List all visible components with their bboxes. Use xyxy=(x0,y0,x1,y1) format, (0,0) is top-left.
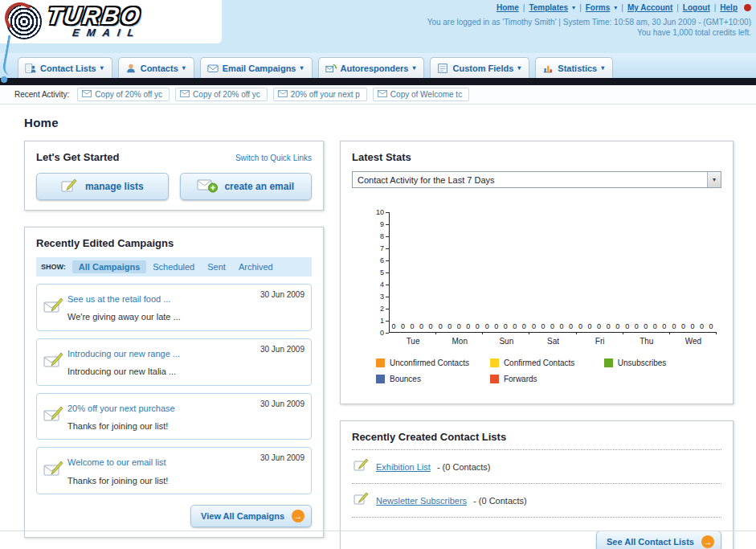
latest-stats-panel: Latest Stats Contact Activity for the La… xyxy=(340,141,734,404)
chevron-down-icon: ▾ xyxy=(100,64,104,72)
arrow-right-icon: → xyxy=(292,510,304,522)
chart-y-axis: 109876543210 xyxy=(370,212,389,333)
chevron-down-icon: ▾ xyxy=(614,4,617,11)
left-column: Let's Get Started Switch to Quick Links … xyxy=(24,141,324,549)
contact-list-link[interactable]: Newsletter Subscribers xyxy=(376,496,467,506)
legend-swatch xyxy=(490,375,499,383)
campaign-subtitle: Thanks for joining our list! xyxy=(67,421,168,431)
tab-custom-fields[interactable]: Custom Fields ▾ xyxy=(430,57,529,78)
chart-value-labels: 0 0 0 0 0 xyxy=(578,322,621,332)
campaign-title-link[interactable]: See us at the retail food ... xyxy=(67,294,170,304)
contact-lists-title: Recently Created Contact Lists xyxy=(352,431,721,443)
filter-archived[interactable]: Archived xyxy=(232,260,280,273)
nav-forms[interactable]: Forms xyxy=(586,3,611,12)
legend-label: Forwards xyxy=(504,375,537,383)
tab-statistics[interactable]: Statistics ▾ xyxy=(535,57,613,78)
contact-list-row[interactable]: Exhibition List - (0 Contacts) xyxy=(352,450,721,484)
recent-activity-item[interactable]: Copy of Welcome tc xyxy=(373,88,469,101)
get-started-title: Let's Get Started xyxy=(36,151,120,163)
nav-my-account[interactable]: My Account xyxy=(627,3,672,12)
chart-x-label: Sun xyxy=(483,337,529,346)
tab-contacts[interactable]: Contacts ▾ xyxy=(118,57,194,78)
contact-list-link[interactable]: Exhibition List xyxy=(376,462,431,472)
campaign-title-link[interactable]: Introducing our new range ... xyxy=(67,349,180,358)
nav-logout[interactable]: Logout xyxy=(683,3,710,12)
show-label: SHOW: xyxy=(41,263,66,271)
nav-separator: | xyxy=(676,3,679,12)
chart-value-labels: 0 0 0 0 0 xyxy=(439,322,481,332)
chevron-down-icon: ▾ xyxy=(707,172,721,187)
logo-swirl-icon xyxy=(6,4,42,39)
autoresponders-icon xyxy=(325,63,337,74)
logo-subtitle: EMAIL xyxy=(72,27,141,39)
see-all-contact-lists-button[interactable]: See All Contact Lists → xyxy=(596,531,721,549)
chevron-down-icon: ▾ xyxy=(601,64,604,72)
nav-help[interactable]: Help xyxy=(720,3,738,12)
legend-label: Confirmed Contacts xyxy=(504,358,574,367)
latest-stats-title: Latest Stats xyxy=(352,151,721,163)
manage-lists-button[interactable]: manage lists xyxy=(36,173,169,200)
contact-lists-icon xyxy=(25,63,36,74)
nav-templates[interactable]: Templates xyxy=(529,3,568,12)
stats-period-select[interactable]: Contact Activity for the Last 7 Days ▾ xyxy=(352,171,721,188)
create-email-button[interactable]: create an email xyxy=(180,173,313,200)
recent-activity-item[interactable]: Copy of 20% off yc xyxy=(77,88,170,101)
switch-quick-links-link[interactable]: Switch to Quick Links xyxy=(235,154,312,162)
chart-value-labels: 0 0 0 0 0 xyxy=(532,322,574,332)
filter-all-campaigns[interactable]: All Campaigns xyxy=(72,260,146,273)
recent-activity-bar: Recent Activity: Copy of 20% off yc Copy… xyxy=(0,85,756,104)
legend-item: Confirmed Contacts xyxy=(490,358,604,367)
tab-contact-lists[interactable]: Contact Lists ▾ xyxy=(18,57,112,78)
nav-home[interactable]: Home xyxy=(497,3,519,12)
chart-value-labels: 0 0 0 0 0 xyxy=(485,322,528,332)
campaign-row[interactable]: See us at the retail food ... We're givi… xyxy=(36,284,312,331)
legend-label: Unsubscribes xyxy=(618,358,667,367)
chevron-down-icon: ▾ xyxy=(517,64,521,72)
tab-autoresponders[interactable]: Autoresponders ▾ xyxy=(318,57,425,78)
campaign-date: 30 Jun 2009 xyxy=(260,453,304,462)
campaign-row[interactable]: Welcome to our email list Thanks for joi… xyxy=(36,447,312,494)
chart-groups: 0 0 0 0 0Tue0 0 0 0 0Mon0 0 0 0 0Sun0 0 … xyxy=(390,212,717,332)
campaigns-panel: Recently Edited Campaigns SHOW: All Camp… xyxy=(24,227,324,538)
chart-x-label: Sat xyxy=(529,337,576,346)
help-icon[interactable] xyxy=(744,4,751,11)
chart-x-label: Mon xyxy=(436,337,483,346)
right-column: Latest Stats Contact Activity for the La… xyxy=(340,141,734,549)
view-all-campaigns-button[interactable]: View All Campaigns → xyxy=(190,505,312,527)
chevron-down-icon: ▾ xyxy=(412,64,415,72)
campaign-title-link[interactable]: 20% off your next purchase xyxy=(67,404,175,413)
main-content: Home Let's Get Started Switch to Quick L… xyxy=(0,104,756,549)
contact-lists-panel: Recently Created Contact Lists Exhibitio… xyxy=(340,420,734,549)
chevron-down-icon: ▾ xyxy=(182,64,186,72)
legend-swatch xyxy=(490,358,499,367)
logo-title: TURBO xyxy=(46,5,145,27)
chart-plot: 0 0 0 0 0Tue0 0 0 0 0Mon0 0 0 0 0Sun0 0 … xyxy=(389,212,717,333)
pencil-card-icon xyxy=(353,458,370,475)
campaign-row[interactable]: 20% off your next purchase Thanks for jo… xyxy=(36,393,312,440)
chart-legend: Unconfirmed ContactsConfirmed ContactsUn… xyxy=(376,358,721,391)
tab-label: Statistics xyxy=(558,64,597,73)
campaigns-title: Recently Edited Campaigns xyxy=(36,237,312,249)
chart-group: 0 0 0 0 0Sat xyxy=(529,212,576,332)
campaign-row[interactable]: Introducing our new range ... Introducin… xyxy=(36,338,312,386)
campaign-title-link[interactable]: Welcome to our email list xyxy=(67,457,166,467)
pencil-card-icon xyxy=(353,492,370,509)
filter-scheduled[interactable]: Scheduled xyxy=(146,260,201,273)
chart-group: 0 0 0 0 0Thu xyxy=(623,212,670,332)
nav-separator: | xyxy=(579,3,582,12)
campaign-text: Introducing our new range ... Introducin… xyxy=(67,344,260,380)
top-nav: Home | Templates ▾ | Forms ▾ | My Accoun… xyxy=(427,3,751,12)
chart-group: 0 0 0 0 0Sun xyxy=(483,212,529,332)
filter-sent[interactable]: Sent xyxy=(201,260,232,273)
legend-item: Forwards xyxy=(490,375,604,383)
tab-email-campaigns[interactable]: Email Campaigns ▾ xyxy=(200,57,313,78)
recent-activity-item[interactable]: Copy of 20% off yc xyxy=(175,88,268,101)
legend-label: Bounces xyxy=(390,375,421,383)
recent-activity-item[interactable]: 20% off your next p xyxy=(273,88,367,101)
campaign-date: 30 Jun 2009 xyxy=(260,290,304,299)
main-tabs: Contact Lists ▾ Contacts ▾ Email Campaig… xyxy=(0,53,756,78)
contact-list-row[interactable]: Newsletter Subscribers - (0 Contacts) xyxy=(352,484,721,518)
chart-value-labels: 0 0 0 0 0 xyxy=(672,322,714,332)
activity-item-label: Copy of 20% off yc xyxy=(193,90,260,99)
chart-group: 0 0 0 0 0Mon xyxy=(436,212,483,332)
